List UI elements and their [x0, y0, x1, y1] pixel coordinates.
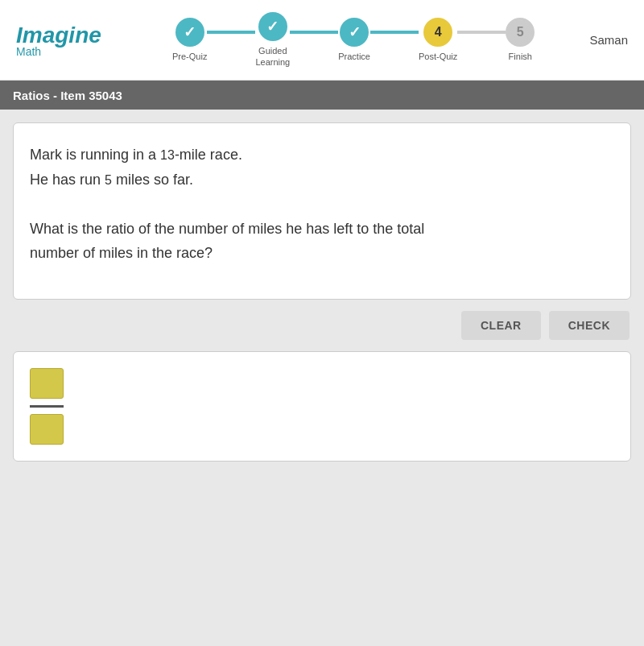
checkmark-practice: ✓ — [349, 23, 361, 41]
step-number-post-quiz: 4 — [435, 25, 442, 39]
ratio-fraction-line — [30, 405, 64, 408]
buttons-row: CLEAR CHECK — [13, 311, 631, 340]
number-13: 13 — [160, 148, 175, 162]
question-line3 — [30, 192, 614, 217]
header: Imagine Math ✓ Pre-Quiz ✓ GuidedLearning — [0, 0, 644, 81]
question-line4: What is the ratio of the number of miles… — [30, 217, 614, 242]
question-card: Mark is running in a 13-mile race. He ha… — [13, 122, 631, 300]
main-content: Mark is running in a 13-mile race. He ha… — [0, 110, 644, 474]
step-circle-finish: 5 — [506, 18, 535, 47]
logo-area: Imagine Math — [16, 23, 101, 58]
progress-container: ✓ Pre-Quiz ✓ GuidedLearning ✓ Practice — [134, 12, 574, 68]
question-line5: number of miles in the race? — [30, 241, 614, 266]
step-circle-guided-learning: ✓ — [258, 12, 287, 41]
step-pre-quiz: ✓ Pre-Quiz — [172, 18, 207, 62]
step-number-finish: 5 — [517, 25, 524, 39]
number-5: 5 — [105, 173, 112, 187]
question-text: Mark is running in a 13-mile race. He ha… — [30, 143, 614, 266]
question-line2: He has run 5 miles so far. — [30, 168, 614, 193]
question-line1: Mark is running in a 13-mile race. — [30, 143, 614, 168]
progress-steps: ✓ Pre-Quiz ✓ GuidedLearning ✓ Practice — [172, 12, 535, 68]
step-finish: 5 Finish — [506, 18, 535, 62]
connector-3 — [370, 31, 419, 34]
section-title-bar: Ratios - Item 35043 — [0, 81, 644, 110]
check-button[interactable]: CHECK — [549, 311, 630, 340]
step-label-post-quiz: Post-Quiz — [419, 51, 457, 62]
ratio-denominator-box[interactable] — [30, 414, 64, 445]
connector-2 — [290, 31, 338, 34]
step-label-pre-quiz: Pre-Quiz — [172, 51, 207, 62]
step-label-finish: Finish — [509, 51, 532, 62]
checkmark-guided-learning: ✓ — [266, 18, 279, 35]
checkmark-pre-quiz: ✓ — [184, 23, 196, 41]
section-title-text: Ratios - Item 35043 — [13, 89, 122, 102]
step-label-guided-learning: GuidedLearning — [255, 45, 290, 68]
connector-4 — [457, 31, 506, 34]
answer-card[interactable] — [13, 351, 631, 462]
user-name: Saman — [589, 33, 628, 47]
clear-button[interactable]: CLEAR — [461, 311, 541, 340]
step-post-quiz: 4 Post-Quiz — [419, 18, 457, 62]
logo-math: Math — [16, 45, 101, 58]
ratio-numerator-box[interactable] — [30, 368, 64, 399]
connector-1 — [207, 31, 255, 34]
step-circle-post-quiz: 4 — [423, 18, 452, 47]
step-circle-practice: ✓ — [340, 18, 369, 47]
step-practice: ✓ Practice — [338, 18, 370, 62]
step-guided-learning: ✓ GuidedLearning — [255, 12, 290, 68]
step-circle-pre-quiz: ✓ — [175, 18, 204, 47]
step-label-practice: Practice — [338, 51, 370, 62]
